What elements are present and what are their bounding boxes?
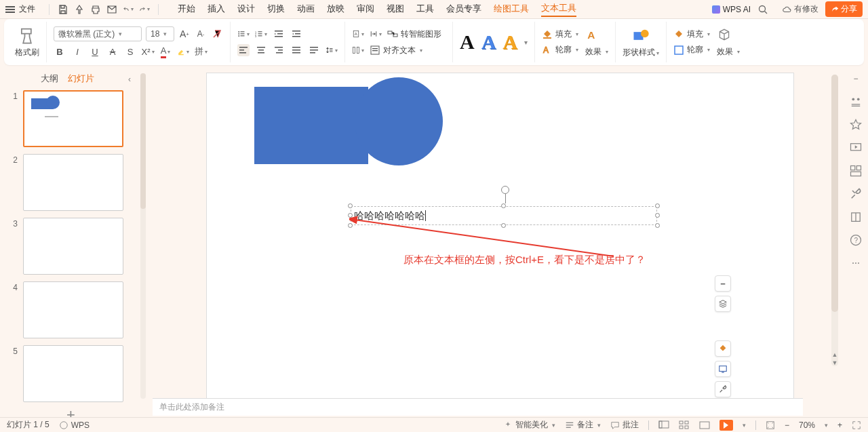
italic-button[interactable]: I (71, 45, 83, 58)
clear-format-button[interactable] (211, 28, 223, 40)
resize-handle[interactable] (655, 213, 660, 218)
line-spacing-button[interactable] (326, 44, 338, 56)
preview-icon[interactable] (106, 4, 117, 15)
resize-handle[interactable] (655, 203, 660, 208)
float-screen-button[interactable] (715, 361, 731, 377)
wordart-style-1[interactable]: A (460, 31, 475, 54)
rail-settings-icon[interactable] (849, 95, 863, 109)
tab-drawing-tools[interactable]: 绘图工具 (494, 2, 529, 16)
format-brush-button[interactable]: 格式刷 (15, 26, 39, 58)
decrease-indent-button[interactable] (273, 28, 285, 40)
beautify-button[interactable]: 智能美化▾ (503, 419, 555, 431)
align-left-button[interactable] (237, 44, 250, 56)
resize-handle[interactable] (348, 223, 353, 228)
collapse-panel-button[interactable]: ‹ (128, 75, 131, 84)
zoom-caret[interactable]: ▾ (825, 422, 828, 429)
slide-canvas[interactable]: 哈哈哈哈哈哈哈 原本在文本框的左侧，按Ctrl+E，看下是不是居中了？ (207, 73, 793, 403)
view-sorter-button[interactable] (679, 420, 690, 430)
fullscreen-button[interactable] (852, 420, 861, 430)
font-name-select[interactable]: 微软雅黑 (正文)▾ (54, 26, 142, 41)
tab-review[interactable]: 审阅 (357, 2, 374, 16)
modified-indicator[interactable]: 有修改 (782, 3, 818, 15)
pinyin-button[interactable]: 拼 (195, 45, 207, 58)
vertical-align-button[interactable] (370, 28, 382, 40)
font-size-select[interactable]: 18▾ (146, 26, 174, 41)
shape-effect-button[interactable]: 效果 (717, 46, 740, 58)
fit-button[interactable] (766, 420, 775, 430)
tab-slideshow[interactable]: 放映 (327, 2, 344, 16)
align-justify-button[interactable] (290, 44, 302, 56)
shape-outline-button[interactable]: 轮廓 (673, 44, 710, 56)
decrease-font-button[interactable]: A- (195, 28, 207, 40)
file-menu[interactable]: 文件 (19, 3, 35, 15)
rail-template-icon[interactable] (849, 164, 863, 178)
tab-member[interactable]: 会员专享 (446, 2, 481, 16)
slide-thumbnail-5[interactable] (23, 345, 123, 402)
slide-thumbnail-3[interactable] (23, 218, 123, 275)
tab-view[interactable]: 视图 (387, 2, 404, 16)
shape-rectangle[interactable] (254, 87, 368, 164)
zoom-level[interactable]: 70% (799, 420, 815, 430)
float-layers-button[interactable] (715, 296, 731, 312)
shape-style-button[interactable]: 形状样式 (623, 26, 659, 58)
vertical-scrollbar[interactable]: ▲ ▼ (831, 75, 838, 366)
print2-icon[interactable] (90, 4, 101, 15)
tab-animation[interactable]: 动画 (297, 2, 315, 16)
notes-bar[interactable]: 单击此处添加备注 (153, 398, 803, 416)
resize-handle[interactable] (348, 203, 353, 208)
increase-indent-button[interactable] (290, 28, 302, 40)
resize-handle[interactable] (655, 223, 660, 228)
zoom-in-button[interactable]: + (837, 420, 842, 430)
resize-handle[interactable] (501, 203, 506, 208)
rail-collapse-icon[interactable]: − (849, 72, 863, 85)
wordart-style-3[interactable]: A (502, 31, 517, 54)
columns-button[interactable] (352, 44, 364, 56)
wps-ai-button[interactable]: WPS AI (712, 5, 751, 14)
slideshow-button[interactable] (719, 420, 733, 431)
wordart-style-2[interactable]: A (481, 31, 496, 54)
notes-button[interactable]: 备注▾ (565, 419, 601, 431)
tab-start[interactable]: 开始 (178, 2, 195, 16)
tab-transition[interactable]: 切换 (267, 2, 285, 16)
highlight-button[interactable] (177, 45, 189, 58)
view-normal-button[interactable] (658, 420, 669, 430)
superscript-button[interactable]: X² (142, 45, 154, 58)
float-fill-button[interactable] (715, 340, 731, 357)
strike-button[interactable]: A (106, 45, 119, 58)
shadow-button[interactable]: S (124, 45, 136, 58)
float-collapse-button[interactable]: − (715, 275, 731, 292)
bullet-list-button[interactable] (237, 28, 250, 40)
tab-insert[interactable]: 插入 (208, 2, 225, 16)
text-effect-button[interactable]: 效果 (585, 46, 608, 58)
rotate-handle[interactable] (501, 186, 509, 194)
rail-help-icon[interactable]: ? (849, 233, 863, 247)
zoom-out-button[interactable]: − (785, 420, 789, 430)
textbox[interactable]: 哈哈哈哈哈哈哈 (351, 206, 657, 225)
resize-handle[interactable] (501, 223, 506, 228)
slide-thumbnail-2[interactable] (23, 154, 123, 211)
print-icon[interactable] (74, 4, 85, 15)
float-tools-button[interactable] (715, 381, 731, 397)
slides-tab[interactable]: 幻灯片 (68, 73, 94, 85)
textbox-selection[interactable]: 哈哈哈哈哈哈哈 (351, 206, 657, 225)
slide-thumbnail-4[interactable] (23, 281, 123, 338)
text-outline-button[interactable]: A轮廓 (542, 44, 578, 56)
rail-star-icon[interactable] (849, 118, 863, 132)
tab-design[interactable]: 设计 (237, 2, 255, 16)
bold-button[interactable]: B (54, 45, 66, 58)
resize-handle[interactable] (348, 213, 353, 218)
tab-tools[interactable]: 工具 (416, 2, 434, 16)
number-list-button[interactable]: 123 (255, 28, 267, 40)
increase-font-button[interactable]: A+ (178, 28, 191, 40)
align-center-button[interactable] (255, 44, 267, 56)
smart-shape-button[interactable]: 转智能图形 (387, 28, 446, 40)
rail-book-icon[interactable] (849, 210, 863, 224)
text-fill-button[interactable]: 填充 (542, 28, 578, 40)
view-reading-button[interactable] (699, 420, 710, 430)
tab-text-tools[interactable]: 文本工具 (541, 1, 576, 17)
rail-more-icon[interactable]: ⋯ (849, 256, 863, 270)
align-right-button[interactable] (273, 44, 285, 56)
wps-status[interactable]: WPS (59, 420, 90, 430)
rail-tools-icon[interactable] (849, 187, 863, 201)
underline-button[interactable]: U (89, 45, 101, 58)
